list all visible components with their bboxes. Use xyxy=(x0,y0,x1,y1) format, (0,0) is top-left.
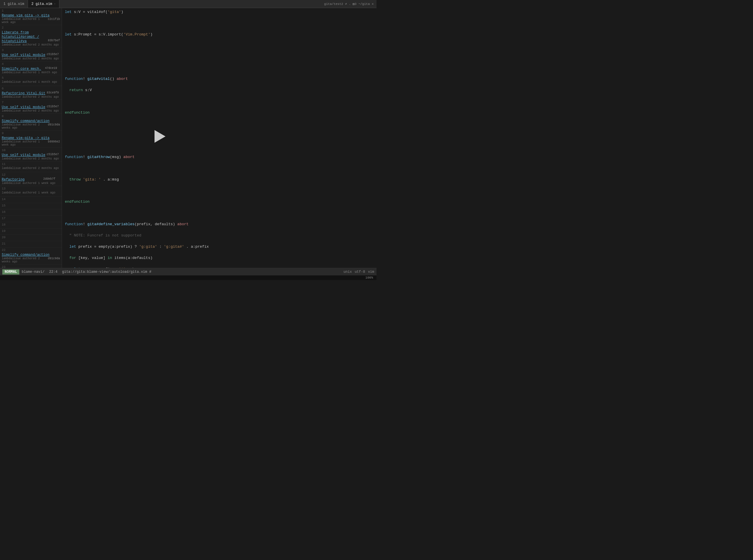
code-panel[interactable]: let s:V = vital#of('gita') let s:Prompt … xyxy=(62,8,376,268)
code-line-7: function! gita#vital() abort xyxy=(65,76,373,82)
blame-entry-14[interactable]: 14 xyxy=(0,197,62,203)
code-line-11 xyxy=(65,121,373,126)
blame-entry-18[interactable]: 18 xyxy=(0,222,62,228)
blame-entry-11[interactable]: 11 lambdalisue authored 2 months ago xyxy=(0,161,62,172)
blame-entry-22[interactable]: 22 Simplify command/action d91c9da lambd… xyxy=(0,247,62,264)
code-line-12 xyxy=(65,132,373,138)
status-plugin: blame-navi/ xyxy=(22,270,44,274)
code-line-21: " NOTE: Funcref is not supported xyxy=(65,233,373,239)
progress-percent: 100% xyxy=(366,276,375,279)
code-line-2 xyxy=(65,20,373,26)
progress-bar: 100% xyxy=(0,275,376,280)
blame-entry-8[interactable]: 8 Simplify command/action d91c9da lambda… xyxy=(0,114,62,131)
blame-entry-3[interactable]: 3 Use self vital module c51b5e7 lambdali… xyxy=(0,47,62,61)
code-line-17 xyxy=(65,188,373,194)
blame-entry-9[interactable]: 9 Rename vim-gita -> gita b9996e2 lambda… xyxy=(0,131,62,148)
status-path: gita://gita:blame-view/:autoload/gita.vi… xyxy=(62,270,343,274)
code-line-15 xyxy=(65,165,373,171)
blame-entry-6[interactable]: 6 Refactoring Vital.Git 83ce9f9 lambdali… xyxy=(0,86,62,100)
status-position: 22:4 xyxy=(49,270,57,274)
play-button[interactable] xyxy=(151,128,169,145)
blame-entry-21[interactable]: 21 xyxy=(0,241,62,247)
blame-entry-4[interactable]: 4 Simplify core mech. 47dce19 lambdalisu… xyxy=(0,61,62,75)
code-line-22: let prefix = empty(a:prefix) ? 'g:gita' … xyxy=(65,244,373,250)
blame-entry-10[interactable]: 10 Use self vital module c51b5e7 lambdal… xyxy=(0,148,62,161)
blame-entry-5[interactable]: 5 lambdalisue authored 1 month ago xyxy=(0,75,62,86)
tab-bar-right-info: gita/test2 ≠ . ▤3 ~/gita ✕ xyxy=(321,2,376,6)
code-line-24: let name = prefix . '#' . key xyxy=(65,266,373,268)
code-line-10: endfunction xyxy=(65,110,373,116)
blame-panel[interactable]: 1 Rename vim_gita -> gita c2c1f1b lambda… xyxy=(0,8,62,268)
blame-entry-20[interactable]: 20 xyxy=(0,235,62,241)
blame-entry-17[interactable]: 17 xyxy=(0,216,62,222)
blame-entry-2[interactable]: 2 Liberate from hita#util#prompt / hita#… xyxy=(0,25,62,47)
code-line-13 xyxy=(65,143,373,149)
code-line-6 xyxy=(65,65,373,71)
code-line-3: let s:Prompt = s:V.import('Vim.Prompt') xyxy=(65,32,373,38)
blame-entry-7[interactable]: 7 Use self vital module c51b5e7 lambdali… xyxy=(0,100,62,114)
code-line-8: return s:V xyxy=(65,87,373,93)
code-line-23: for [key, value] in items(a:defaults) xyxy=(65,255,373,261)
code-line-20: function! gita#define_variables(prefix, … xyxy=(65,221,373,227)
blame-entry-19[interactable]: 19 xyxy=(0,228,62,235)
status-right: unix utf-8 vim xyxy=(344,270,374,274)
blame-entry-1[interactable]: 1 Rename vim_gita -> gita c2c1f1b lambda… xyxy=(0,8,62,25)
code-line-4 xyxy=(65,43,373,48)
editor-container: 1 Rename vim_gita -> gita c2c1f1b lambda… xyxy=(0,8,376,268)
status-encoding: unix xyxy=(344,270,352,274)
code-area: let s:V = vital#of('gita') let s:Prompt … xyxy=(62,8,376,268)
blame-entry-13[interactable]: 13 lambdalisue authored 1 week ago xyxy=(0,186,62,197)
blame-entry-16[interactable]: 16 xyxy=(0,209,62,216)
play-triangle-icon xyxy=(155,130,165,143)
code-line-19 xyxy=(65,210,373,216)
code-line-14: function! gita#throw(msg) abort xyxy=(65,154,373,160)
tab-bar: 1 gita.vim 2 gita.vim - gita/test2 ≠ . ▤… xyxy=(0,0,376,8)
code-line-18: endfunction xyxy=(65,199,373,205)
tab-1[interactable]: 1 gita.vim xyxy=(0,0,28,8)
blame-entry-15[interactable]: 15 xyxy=(0,203,62,209)
tab-close-icon[interactable]: - xyxy=(54,2,56,5)
blame-entry-23[interactable]: 23 lambdalisue authored 2 weeks ago xyxy=(0,264,62,268)
status-bar: NORMAL blame-navi/ 22:4 gita://gita:blam… xyxy=(0,268,376,275)
status-format: utf-8 xyxy=(354,270,365,274)
tab-2[interactable]: 2 gita.vim - xyxy=(28,0,59,8)
blame-entry-12[interactable]: 12 Refactoring 2ddeb7f lambdalisue autho… xyxy=(0,172,62,186)
code-line-1: let s:V = vital#of('gita') xyxy=(65,9,373,15)
code-line-9 xyxy=(65,99,373,104)
code-line-5 xyxy=(65,54,373,59)
code-line-16: throw 'gita: ' . a:msg xyxy=(65,177,373,182)
status-mode: NORMAL xyxy=(2,269,19,275)
status-filetype: vim xyxy=(368,270,374,274)
